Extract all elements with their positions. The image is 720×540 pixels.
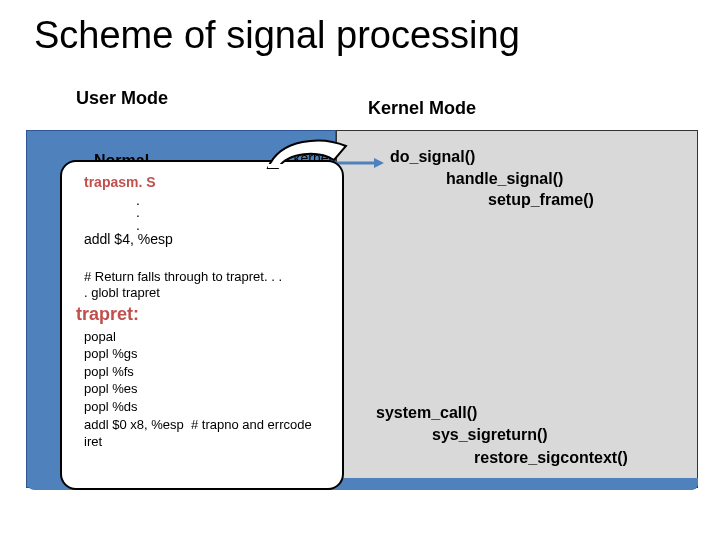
handle-signal: handle_signal() xyxy=(446,168,594,190)
slide-title: Scheme of signal processing xyxy=(34,14,520,57)
dot-3: . xyxy=(136,219,328,232)
callout-body: trapasm. S . . . addl $4, %esp # Return … xyxy=(62,162,342,488)
slide: Scheme of signal processing User Mode Ke… xyxy=(0,0,720,540)
system-call: system_call() xyxy=(376,402,628,424)
user-mode-label: User Mode xyxy=(76,88,168,109)
asm-l3: popl %fs xyxy=(84,363,328,381)
comment-line: # Return falls through to trapret. . . xyxy=(84,269,328,285)
callout-box: trapasm. S . . . addl $4, %esp # Return … xyxy=(60,160,344,490)
do-signal: do_signal() xyxy=(390,146,594,168)
asm-l4: popl %es xyxy=(84,380,328,398)
asm-block: popal popl %gs popl %fs popl %es popl %d… xyxy=(84,328,328,451)
trapret-heading: trapret: xyxy=(76,303,328,326)
asm-l1: popal xyxy=(84,328,328,346)
dot-1: . xyxy=(136,194,328,207)
asm-l7: iret xyxy=(84,433,328,451)
asm-l6: addl $0 x8, %esp # trapno and errcode xyxy=(84,416,328,434)
addl-line: addl $4, %esp xyxy=(84,231,328,249)
spacer xyxy=(84,249,328,261)
kernel-top-calls: do_signal() handle_signal() setup_frame(… xyxy=(390,146,594,211)
kernel-bottom-calls: system_call() sys_sigreturn() restore_si… xyxy=(376,402,628,469)
trapasm-heading: trapasm. S xyxy=(84,174,328,192)
setup-frame: setup_frame() xyxy=(488,189,594,211)
svg-marker-1 xyxy=(374,158,384,168)
asm-l2: popl %gs xyxy=(84,345,328,363)
callout-tail xyxy=(260,132,350,170)
sys-sigreturn: sys_sigreturn() xyxy=(432,424,628,446)
globl-line: . globl trapret xyxy=(84,285,328,301)
asm-l5: popl %ds xyxy=(84,398,328,416)
restore-sigcontext: restore_sigcontext() xyxy=(474,447,628,469)
kernel-mode-label: Kernel Mode xyxy=(368,98,476,119)
dot-2: . xyxy=(136,206,328,219)
